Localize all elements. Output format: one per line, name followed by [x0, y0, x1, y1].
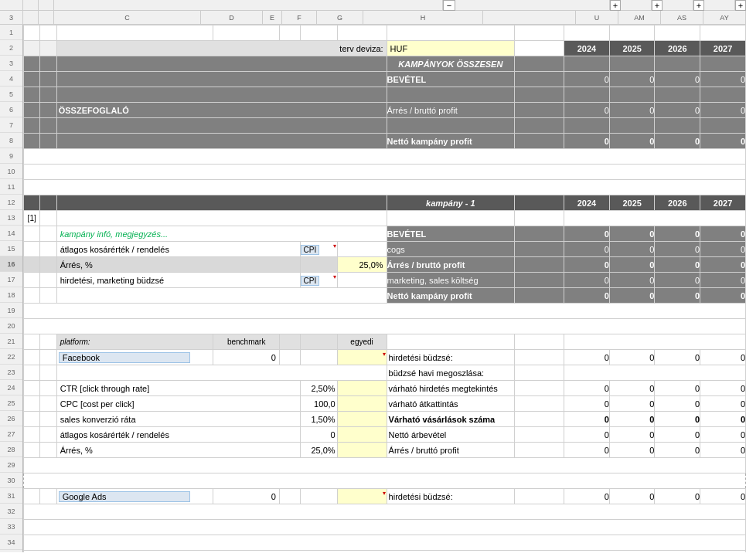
campaign1-title: kampány - 1	[387, 195, 514, 211]
fb-margin-egyedi[interactable]	[337, 443, 387, 458]
collapse-button[interactable]: −	[443, 0, 455, 11]
google-budget-2024: 0	[564, 489, 610, 504]
row-col-corner: 3	[0, 11, 23, 24]
facebook-platform-btn[interactable]: Facebook	[56, 350, 213, 365]
camp1-gp-2027: 0	[700, 257, 746, 273]
col-a-header	[23, 11, 39, 24]
row-numbers: 1 2 3 4 5 6 7 8 9 10 11 12 13 14 15 16 1…	[0, 25, 23, 552]
row-32	[24, 504, 746, 520]
exp-clicks-2024: 0	[564, 396, 610, 412]
fb-budget-2027: 0	[700, 350, 746, 365]
summary-net-2027: 0	[700, 134, 746, 149]
camp1-net-2027: 0	[700, 288, 746, 304]
camp1-cpi-badge2[interactable]: CPI ▾	[300, 273, 337, 288]
exp-views-2027: 0	[700, 381, 746, 396]
year-2027-header: 2027	[700, 41, 746, 56]
google-egyedi-cell[interactable]: ▾	[337, 489, 387, 504]
fb-margin-profit-label: Árrés / bruttó profit	[387, 443, 514, 458]
platform-label: platform:	[56, 334, 213, 350]
camp1-year-2026: 2026	[655, 195, 700, 211]
expand-button-1[interactable]: +	[610, 0, 621, 11]
expand-button-3[interactable]: +	[693, 0, 704, 11]
summary-margin-2024: 0	[564, 103, 610, 118]
col-c-header: C	[54, 11, 201, 24]
exp-purch-2026: 0	[655, 412, 700, 427]
cpc-label: CPC [cost per click]	[56, 396, 300, 412]
camp1-net-2024: 0	[564, 288, 610, 304]
camp1-mktg-cost-label: marketing, sales költség	[387, 273, 514, 288]
camp1-cogs-2026: 0	[655, 242, 700, 257]
row-6: ÖSSZEFOGLALÓ Árrés / bruttó profit 0 0 0…	[24, 103, 746, 118]
row-10	[24, 165, 746, 180]
camp1-cpi-badge[interactable]: CPI ▾	[300, 242, 337, 257]
facebook-egyedi-cell[interactable]: ▾	[337, 350, 387, 365]
camp1-gp-2024: 0	[564, 257, 610, 273]
row-28: Árrés, % 25,0% Árrés / bruttó profit 0 0…	[24, 443, 746, 458]
col-f-header: F	[282, 11, 317, 24]
benchmark-label: benchmark	[213, 334, 279, 350]
google-value[interactable]: 0	[213, 489, 279, 504]
camp1-net-2026: 0	[655, 288, 700, 304]
sales-conv-benchmark: 1,50%	[300, 412, 337, 427]
row-9	[24, 149, 746, 165]
sales-conv-egyedi[interactable]	[337, 412, 387, 427]
row-11	[24, 180, 746, 195]
camp1-revenue-label: BEVÉTEL	[387, 226, 514, 242]
row-4: BEVÉTEL 0 0 0 0	[24, 72, 746, 87]
expected-clicks-label: várható átkattintás	[387, 396, 514, 412]
fb-margin-label: Árrés, %	[56, 443, 300, 458]
campaign1-number: [1]	[24, 211, 40, 226]
camp1-mktg-2024: 0	[564, 273, 610, 288]
ctr-egyedi[interactable]	[337, 381, 387, 396]
fb-budget-2025: 0	[609, 350, 655, 365]
camp1-rev-2026: 0	[655, 226, 700, 242]
summary-margin-2027: 0	[700, 103, 746, 118]
summary-margin-2026: 0	[655, 103, 700, 118]
camp1-margin-pct-value[interactable]: 25,0%	[337, 257, 387, 273]
row-26: sales konverzió ráta 1,50% Várható vásár…	[24, 412, 746, 427]
exp-views-2026: 0	[655, 381, 700, 396]
camp1-year-2025: 2025	[609, 195, 655, 211]
camp1-mktg-2025: 0	[609, 273, 655, 288]
fb-avg-basket-val: 0	[300, 427, 337, 443]
col-e-header: E	[263, 11, 282, 24]
row-34	[24, 535, 746, 551]
camp1-rev-2027: 0	[700, 226, 746, 242]
row-30	[24, 473, 746, 489]
col-d-header: D	[201, 11, 263, 24]
fb-avg-basket-egyedi[interactable]	[337, 427, 387, 443]
campaigns-total-label: KAMPÁNYOK ÖSSZESEN	[387, 56, 514, 72]
row-35	[24, 551, 746, 553]
col-u-header: U	[576, 11, 618, 24]
fb-monthly-split-label: büdzsé havi megoszlása:	[387, 365, 514, 381]
camp1-year-2027: 2027	[700, 195, 746, 211]
fb-net-rev-2024: 0	[564, 427, 610, 443]
grid-content: terv deviza: HUF 2024 2025 2026 2027 KAM…	[23, 25, 746, 552]
cpc-egyedi[interactable]	[337, 396, 387, 412]
summary-revenue-2026: 0	[655, 72, 700, 87]
row-24: CTR [click through rate] 2,50% várható h…	[24, 381, 746, 396]
ctr-benchmark: 2,50%	[300, 381, 337, 396]
year-2024-header: 2024	[564, 41, 610, 56]
campaign1-info[interactable]: kampány infó, megjegyzés...	[56, 226, 387, 242]
fb-net-rev-2027: 0	[700, 427, 746, 443]
currency-value[interactable]: HUF	[387, 41, 514, 56]
exp-purch-2027: 0	[700, 412, 746, 427]
exp-clicks-2025: 0	[609, 396, 655, 412]
fb-margin-profit-2027: 0	[700, 443, 746, 458]
expand-button-2[interactable]: +	[652, 0, 663, 11]
cpc-benchmark: 100,0	[300, 396, 337, 412]
summary-revenue-2025: 0	[609, 72, 655, 87]
camp1-gp-2026: 0	[655, 257, 700, 273]
col-g-header: G	[317, 11, 363, 24]
facebook-benchmark-value[interactable]: 0	[213, 350, 279, 365]
row-7	[24, 118, 746, 134]
camp1-mktg-2027: 0	[700, 273, 746, 288]
summary-net-2024: 0	[564, 134, 610, 149]
col-header-a	[23, 0, 39, 10]
google-ads-btn[interactable]: Google Ads	[56, 489, 213, 504]
fb-net-rev-2025: 0	[609, 427, 655, 443]
row-21: platform: benchmark egyedi	[24, 334, 746, 350]
fb-margin-val: 25,0%	[300, 443, 337, 458]
expand-button-4[interactable]: +	[735, 0, 746, 11]
